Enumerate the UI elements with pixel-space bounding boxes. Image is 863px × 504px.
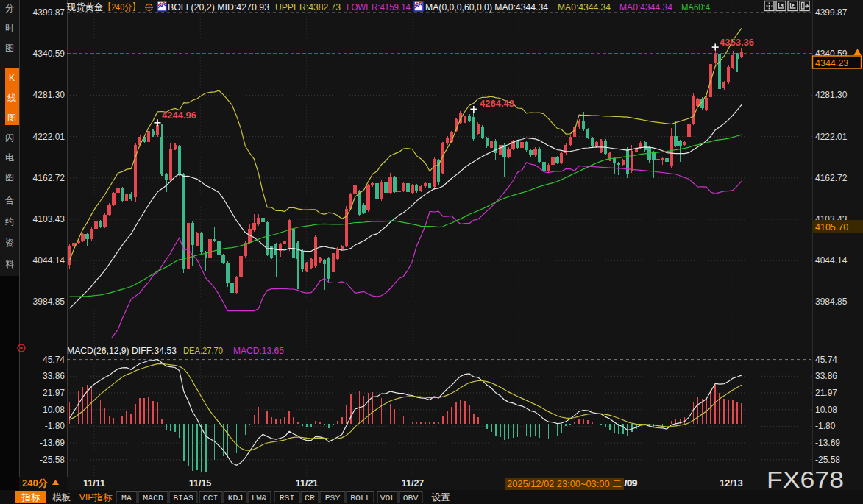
svg-text:4340.59: 4340.59 <box>33 49 65 59</box>
svg-text:4162.72: 4162.72 <box>815 173 848 183</box>
svg-text:4103.43: 4103.43 <box>33 214 65 224</box>
svg-text:4244.96: 4244.96 <box>162 110 196 121</box>
svg-text:BOLL: BOLL <box>350 493 371 503</box>
svg-text:4222.01: 4222.01 <box>815 132 848 142</box>
svg-text:BIAS: BIAS <box>173 493 193 503</box>
svg-text:时: 时 <box>5 23 14 33</box>
svg-text:线: 线 <box>7 93 16 103</box>
svg-text:4044.14: 4044.14 <box>33 255 65 266</box>
svg-text:/09: /09 <box>625 478 637 489</box>
svg-text:UPPER:4382.73: UPPER:4382.73 <box>275 1 341 13</box>
svg-text:4044.14: 4044.14 <box>815 255 848 266</box>
svg-text:DEA:27.70: DEA:27.70 <box>183 345 223 356</box>
svg-text:-13.69: -13.69 <box>815 438 840 448</box>
svg-text:闪: 闪 <box>5 132 14 143</box>
svg-text:MA0:4344.34: MA0:4344.34 <box>558 1 611 13</box>
svg-text:MA: MA <box>121 493 132 503</box>
svg-text:电: 电 <box>5 152 14 163</box>
svg-text:图: 图 <box>7 113 16 123</box>
svg-text:模板: 模板 <box>52 492 71 503</box>
svg-text:240分: 240分 <box>22 478 49 489</box>
svg-text:CR: CR <box>305 493 315 503</box>
svg-text:VIP指标: VIP指标 <box>79 492 113 503</box>
svg-text:3984.85: 3984.85 <box>33 297 65 307</box>
svg-text:PSY: PSY <box>325 493 341 503</box>
svg-text:4162.72: 4162.72 <box>33 173 65 183</box>
svg-text:-1.80: -1.80 <box>45 421 65 431</box>
svg-text:21.97: 21.97 <box>43 388 65 398</box>
svg-text:FX678: FX678 <box>767 467 844 493</box>
svg-text:资: 资 <box>5 238 14 248</box>
svg-text:指标: 指标 <box>21 492 41 503</box>
svg-text:4344.23: 4344.23 <box>815 58 848 68</box>
svg-text:K: K <box>9 73 15 83</box>
svg-text:4105.70: 4105.70 <box>815 222 848 233</box>
svg-text:约: 约 <box>5 216 14 227</box>
svg-text:33.86: 33.86 <box>815 371 837 381</box>
svg-text:MACD:13.65: MACD:13.65 <box>233 345 284 356</box>
svg-text:45.74: 45.74 <box>815 355 837 365</box>
svg-text:【240分】: 【240分】 <box>104 1 140 13</box>
svg-text:现货黄金: 现货黄金 <box>66 1 103 13</box>
svg-text:2025/12/02 23:00~03:00 二: 2025/12/02 23:00~03:00 二 <box>507 479 622 489</box>
svg-text:11/21: 11/21 <box>296 478 319 489</box>
svg-text:33.86: 33.86 <box>43 371 65 381</box>
svg-text:4353.36: 4353.36 <box>720 37 754 48</box>
svg-text:VOL: VOL <box>380 493 396 503</box>
svg-text:10.08: 10.08 <box>815 405 837 415</box>
svg-text:图: 图 <box>5 172 14 182</box>
svg-text:LW&: LW& <box>252 493 267 503</box>
svg-text:BOLL(20,2) MID:4270.93: BOLL(20,2) MID:4270.93 <box>168 1 269 13</box>
svg-text:4399.87: 4399.87 <box>815 7 848 18</box>
svg-text:11/11: 11/11 <box>83 478 105 489</box>
svg-text:CCI: CCI <box>203 493 219 503</box>
svg-text:12/13: 12/13 <box>720 478 742 489</box>
svg-text:LOWER:4159.14: LOWER:4159.14 <box>347 1 411 13</box>
svg-text:MA60:4: MA60:4 <box>681 1 710 13</box>
svg-text:4399.87: 4399.87 <box>33 7 65 18</box>
svg-text:4222.01: 4222.01 <box>33 132 65 142</box>
svg-text:-25.58: -25.58 <box>40 455 65 465</box>
svg-text:MA(0,0,0,60,0,0) MA0:4344.34: MA(0,0,0,60,0,0) MA0:4344.34 <box>425 1 548 13</box>
svg-text:-25.58: -25.58 <box>815 455 840 465</box>
svg-text:RSI: RSI <box>280 493 295 503</box>
svg-text:料: 料 <box>5 259 14 269</box>
svg-text:设置: 设置 <box>432 492 451 503</box>
svg-text:图: 图 <box>5 43 14 53</box>
svg-text:分: 分 <box>5 3 14 13</box>
svg-text:合: 合 <box>5 195 14 205</box>
svg-text:-1.80: -1.80 <box>815 421 836 431</box>
svg-text:MACD: MACD <box>143 493 163 503</box>
svg-text:4281.30: 4281.30 <box>815 90 848 100</box>
svg-text:11/15: 11/15 <box>189 478 212 489</box>
svg-text:4264.43: 4264.43 <box>480 98 514 109</box>
svg-text:-13.69: -13.69 <box>40 438 65 448</box>
svg-text:MA0:4344.34: MA0:4344.34 <box>619 1 672 13</box>
svg-text:MACD(26,12,9) DIFF:34.53: MACD(26,12,9) DIFF:34.53 <box>67 345 177 356</box>
svg-text:21.97: 21.97 <box>815 388 837 398</box>
svg-text:10.08: 10.08 <box>43 405 65 415</box>
svg-text:4281.30: 4281.30 <box>33 90 65 100</box>
svg-text:OBV: OBV <box>403 493 419 503</box>
svg-text:3984.85: 3984.85 <box>815 297 848 307</box>
svg-text:KDJ: KDJ <box>228 493 244 503</box>
svg-text:45.74: 45.74 <box>43 355 65 365</box>
svg-text:11/27: 11/27 <box>402 478 425 489</box>
